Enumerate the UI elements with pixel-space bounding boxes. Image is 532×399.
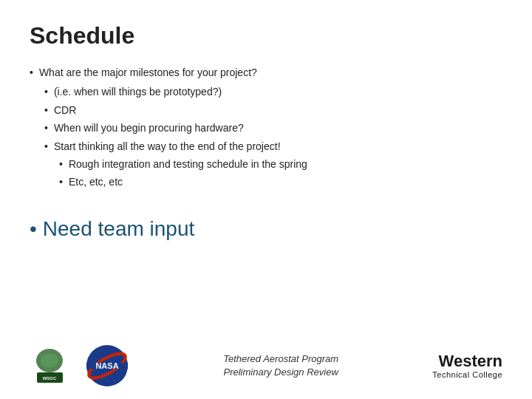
list-item: • Etc, etc, etc	[59, 174, 502, 190]
nasa-logo: NASA	[85, 344, 129, 388]
level2-text: (i.e. when will things be prototyped?)	[54, 83, 222, 100]
bullet-icon: •	[59, 156, 63, 172]
need-team-input-text: Need team input	[43, 213, 194, 246]
western-technical-college-logo: Western Technical College	[432, 352, 502, 379]
level3-text: Etc, etc, etc	[69, 174, 123, 190]
level2-text: Start thinking all the way to the end of…	[54, 138, 281, 154]
footer: WSGC NASA Tethered Aerostat Program Prel…	[0, 344, 532, 388]
svg-point-1	[41, 353, 58, 368]
bullet-icon: •	[44, 102, 48, 118]
svg-text:WSGC: WSGC	[43, 376, 57, 381]
bullet-icon: •	[30, 213, 37, 246]
footer-logos: WSGC NASA	[30, 344, 129, 388]
slide-title: Schedule	[30, 22, 502, 50]
level1-text: What are the major milestones for your p…	[39, 64, 257, 81]
level3-text: Rough integration and testing schedule i…	[69, 156, 307, 172]
content-area: • What are the major milestones for your…	[30, 64, 502, 246]
level2-text: When will you begin procuring hardware?	[54, 120, 244, 136]
list-item: • (i.e. when will things be prototyped?)	[44, 83, 502, 100]
list-item: • CDR	[44, 102, 502, 118]
svg-text:NASA: NASA	[95, 361, 118, 370]
western-logo-text-line2: Technical College	[432, 370, 502, 379]
review-name: Preliminary Design Review	[144, 366, 417, 379]
list-item: • Rough integration and testing schedule…	[59, 156, 502, 172]
bullet-icon: •	[30, 64, 33, 81]
bullet-icon: •	[44, 83, 48, 100]
need-team-input: • Need team input	[30, 213, 502, 246]
bullet-icon: •	[44, 120, 48, 136]
list-item: • Start thinking all the way to the end …	[44, 138, 502, 154]
list-item: • When will you begin procuring hardware…	[44, 120, 502, 136]
footer-text: Tethered Aerostat Program Preliminary De…	[144, 352, 417, 379]
western-logo-text-line1: Western	[439, 352, 502, 370]
level2-text: CDR	[54, 102, 76, 118]
program-name: Tethered Aerostat Program	[144, 352, 417, 366]
bullet-icon: •	[59, 174, 63, 190]
slide: Schedule • What are the major milestones…	[0, 0, 532, 399]
wsgc-logo: WSGC	[30, 346, 70, 386]
list-item: • What are the major milestones for your…	[30, 64, 502, 81]
bullet-icon: •	[44, 138, 48, 154]
